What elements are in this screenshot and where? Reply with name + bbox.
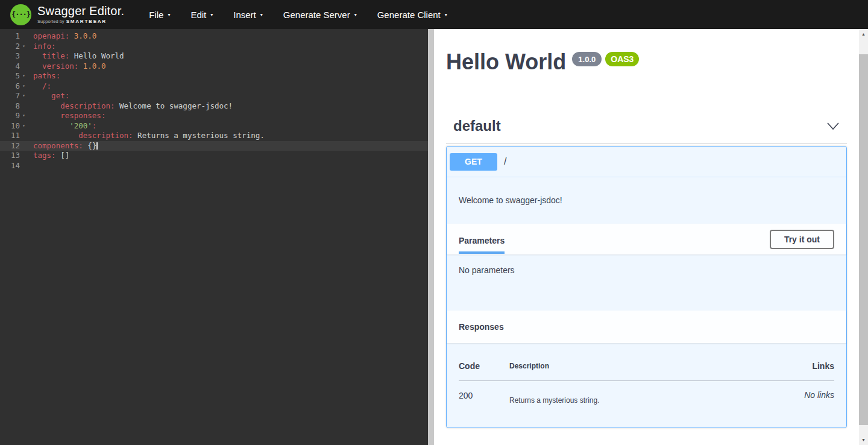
col-header-code: Code	[459, 353, 509, 381]
editor-gutter: 3	[0, 51, 28, 62]
editor-line: 13tags: []	[0, 151, 428, 161]
code-token: 3.0.0	[74, 31, 97, 40]
response-links: No links	[780, 381, 834, 428]
fold-spacer	[20, 51, 28, 62]
line-number: 13	[0, 151, 20, 161]
brand-tagline: Supported bySMARTBEAR	[37, 19, 124, 24]
fold-arrow-icon[interactable]: ▾	[20, 121, 28, 131]
editor-line: 2▾info:	[0, 42, 428, 52]
editor-line: 11 description: Returns a mysterious str…	[0, 131, 428, 141]
code-token: :	[92, 121, 97, 130]
editor-line: 12components: {}	[0, 141, 428, 151]
tag-section-header[interactable]: default	[446, 118, 847, 144]
line-number: 7	[0, 91, 20, 101]
menu-label: File	[149, 10, 163, 20]
line-number: 10	[0, 121, 20, 131]
editor-line: 7▾ get:	[0, 91, 428, 101]
code-token: Hello World	[69, 51, 124, 60]
responses-table: Code Description Links 200 Returns a mys…	[459, 353, 834, 428]
code-token: {}	[87, 141, 96, 150]
line-number: 3	[0, 51, 20, 62]
responses-title: Responses	[459, 322, 504, 332]
swagger-editor-logo: {···} Swagger Editor. Supported bySMARTB…	[0, 4, 124, 25]
code-text: /:	[28, 81, 51, 92]
fold-arrow-icon[interactable]: ▾	[20, 42, 28, 52]
api-title: Hello World	[446, 51, 566, 73]
code-token: paths:	[33, 71, 60, 80]
pane-splitter[interactable]	[428, 29, 434, 445]
editor-gutter: 10▾	[0, 121, 28, 131]
line-number: 14	[0, 161, 20, 171]
line-number: 8	[0, 101, 20, 112]
code-text: tags: []	[28, 151, 69, 161]
menu-file[interactable]: File▾	[139, 0, 180, 29]
fold-spacer	[20, 131, 28, 141]
fold-arrow-icon[interactable]: ▾	[20, 111, 28, 121]
code-token	[33, 91, 51, 100]
fold-spacer	[20, 151, 28, 161]
no-parameters-text: No parameters	[459, 265, 515, 275]
code-text: title: Hello World	[28, 51, 124, 62]
col-header-links: Links	[780, 353, 834, 381]
code-token: openapi:	[33, 31, 69, 40]
menu-label: Insert	[233, 10, 256, 20]
code-token: Welcome to swagger-jsdoc!	[115, 101, 233, 110]
fold-spacer	[20, 101, 28, 112]
fold-spacer	[20, 161, 28, 171]
scrollbar-up-arrow-icon[interactable]: ▲	[859, 29, 868, 39]
fold-spacer	[20, 62, 28, 72]
code-token	[33, 62, 42, 71]
parameters-tab[interactable]: Parameters	[459, 236, 505, 254]
scrollbar-thumb[interactable]	[859, 54, 868, 425]
code-token	[33, 131, 78, 140]
line-number: 6	[0, 81, 20, 92]
smartbear-wordmark: SMARTBEAR	[66, 19, 107, 24]
code-token	[33, 101, 60, 110]
editor-line: 9▾ responses:	[0, 111, 428, 121]
swagger-editor-app: {···} Swagger Editor. Supported bySMARTB…	[0, 0, 868, 445]
code-text: version: 1.0.0	[28, 62, 105, 72]
editor-gutter: 1	[0, 31, 28, 42]
code-text: description: Welcome to swagger-jsdoc!	[28, 101, 233, 112]
response-row: 200 Returns a mysterious string. No link…	[459, 381, 834, 428]
text-cursor	[96, 142, 98, 150]
fold-arrow-icon[interactable]: ▾	[20, 81, 28, 92]
code-token	[33, 111, 60, 120]
col-header-description: Description	[509, 353, 780, 381]
menu-generate-server[interactable]: Generate Server▾	[273, 0, 367, 29]
fold-arrow-icon[interactable]: ▾	[20, 91, 28, 101]
editor-lines: 1openapi: 3.0.02▾info:3 title: Hello Wor…	[0, 31, 428, 171]
fold-spacer	[20, 31, 28, 42]
code-text: responses:	[28, 111, 105, 121]
code-token: version:	[42, 62, 78, 71]
responses-header: Responses	[447, 311, 846, 343]
code-token: /:	[42, 81, 51, 90]
code-token	[33, 81, 42, 90]
code-token: info:	[33, 42, 56, 51]
code-token: []	[56, 151, 70, 160]
operation-summary[interactable]: GET /	[447, 147, 846, 177]
line-number: 9	[0, 111, 20, 121]
fold-arrow-icon[interactable]: ▾	[20, 71, 28, 81]
parameters-header: Parameters Try it out	[447, 224, 846, 254]
editor-gutter: 7▾	[0, 91, 28, 101]
yaml-editor[interactable]: 1openapi: 3.0.02▾info:3 title: Hello Wor…	[0, 29, 428, 445]
code-token: '200'	[69, 121, 92, 130]
api-header: Hello World 1.0.0 OAS3	[446, 51, 847, 73]
editor-line: 3 title: Hello World	[0, 51, 428, 62]
menu-caret-icon: ▾	[260, 12, 263, 17]
editor-gutter: 2▾	[0, 42, 28, 52]
menu-insert[interactable]: Insert▾	[223, 0, 273, 29]
chevron-down-icon[interactable]	[826, 121, 840, 131]
editor-gutter: 14	[0, 161, 28, 171]
code-text: info:	[28, 42, 56, 52]
try-it-out-button[interactable]: Try it out	[770, 230, 834, 249]
code-token: title:	[42, 51, 69, 60]
scrollbar-down-arrow-icon[interactable]: ▼	[859, 435, 868, 445]
vertical-scrollbar[interactable]: ▲ ▼	[859, 29, 868, 445]
menu-edit[interactable]: Edit▾	[180, 0, 223, 29]
menu-label: Edit	[190, 10, 206, 20]
menu-generate-client[interactable]: Generate Client▾	[367, 0, 458, 29]
editor-line: 10▾ '200':	[0, 121, 428, 131]
tag-name: default	[453, 118, 501, 134]
